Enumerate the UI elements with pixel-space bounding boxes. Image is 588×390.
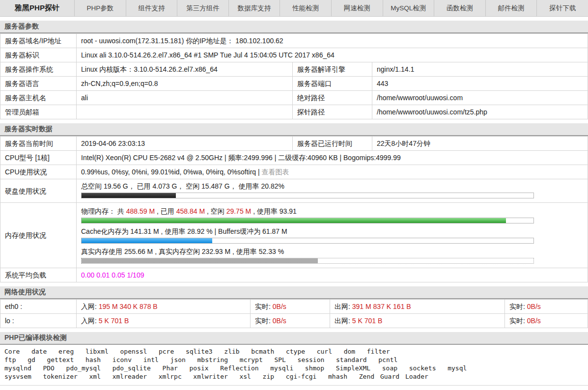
param-label: 服务器域名/IP地址 [0,34,77,48]
realtime-label: 实时: [509,303,527,310]
section-realtime-data: 服务器实时数据 服务器当前时间 2019-04-06 23:03:13 服务器已… [0,123,588,282]
nav-tab-mysql-test[interactable]: MySQL检测 [383,0,435,16]
param-label: 管理员邮箱 [0,105,77,119]
physical-memory-text: 物理内存： 共 488.59 M , 已用 458.84 M , 空闲 29.7… [81,207,583,216]
realtime-label: 实时: [255,303,273,310]
server-params-table: 服务器域名/IP地址 root - uuwosi.com(172.31.15.1… [0,33,588,119]
param-label: 硬盘使用状况 [0,179,77,203]
param-value: Linux 内核版本：3.10.0-514.26.2.el7.x86_64 [77,62,293,77]
cache-memory-text: Cache化内存为 141.31 M , 使用率 28.92 % | Buffe… [81,227,583,236]
outbound-cell: 出网: 391 M 837 K 161 B [330,300,505,314]
section-header-network: 网络使用状况 [0,286,588,299]
text-segment: , 使用率 93.91 [251,207,297,215]
param-value: zh-CN,zh;q=0.9,en;q=0.8 [77,77,293,91]
section-server-params: 服务器参数 服务器域名/IP地址 root - uuwosi.com(172.3… [0,21,588,119]
memory-total-value: 488.59 M [126,207,155,215]
realtime-in-value: 0B/s [273,317,286,325]
param-label: 服务器解译引擎 [293,62,372,77]
memory-usage-cell: 物理内存： 共 488.59 M , 已用 458.84 M , 空闲 29.7… [77,203,588,268]
cpu-usage-cell: 0.99%us, 0%sy, 0%ni, 99.01%id, 0%wa, 0%i… [77,165,588,179]
realtime-table: 服务器当前时间 2019-04-06 23:03:13 服务器已运行时间 22天… [0,136,588,282]
cache-memory-bar-fill [82,238,212,243]
view-chart-link[interactable]: 查看图表 [262,168,289,176]
param-value: /home/wwwroot/uuwosi.com [372,91,588,105]
module-line: sysvsem tokenizer xml xmlreader xmlrpc x… [4,372,584,381]
table-row: 硬盘使用状况 总空间 19.56 G， 已用 4.073 G， 空闲 15.48… [0,179,588,203]
physical-memory-bar [81,218,534,223]
nav-tab-mail-test[interactable]: 邮件检测 [486,0,537,16]
cpu-usage-value: 0.99%us, 0%sy, 0%ni, 99.01%id, 0%wa, 0%i… [81,168,256,176]
module-line: Core date ereg libxml openssl pcre sqlit… [4,347,584,356]
param-label: 服务器已运行时间 [293,137,372,151]
text-segment: , 已用 [155,207,176,215]
table-row: 服务器主机名 ali 绝对路径 /home/wwwroot/uuwosi.com [0,91,588,105]
separator: | [256,168,261,176]
nav-tab-probe-download[interactable]: 探针下载 [537,0,588,16]
param-label: 服务器主机名 [0,91,77,105]
inbound-cell: 入网: 195 M 340 K 878 B [77,300,251,314]
param-label: 服务器端口 [293,77,372,91]
nav-tab-php-params[interactable]: PHP参数 [75,0,126,16]
disk-usage-bar-fill [82,193,176,198]
outbound-value: 391 M 837 K 161 B [352,303,411,310]
inbound-label: 入网: [81,303,99,310]
memory-free-value: 29.75 M [226,207,252,215]
text-segment: , 空闲 [205,207,226,215]
real-memory-bar-fill [82,258,318,263]
param-label: 服务器当前时间 [0,137,77,151]
outbound-label: 出网: [335,303,352,310]
nav-tab-function-test[interactable]: 函数检测 [434,0,486,16]
realtime-out-cell: 实时: 0B/s [505,300,588,314]
nav-tab-netspeed-test[interactable]: 网速检测 [332,0,383,16]
nav-tab-third-party[interactable]: 第三方组件 [177,0,229,16]
param-label: 绝对路径 [293,91,372,105]
nav-tab-database-support[interactable]: 数据库支持 [229,0,280,16]
param-value: Linux ali 3.10.0-514.26.2.el7.x86_64 #1 … [77,48,588,62]
table-row: 服务器域名/IP地址 root - uuwosi.com(172.31.15.1… [0,34,588,48]
nav-tab-performance-test[interactable]: 性能检测 [280,0,332,16]
param-value: /home/wwwroot/uuwosi.com/tz5.php [372,105,588,119]
realtime-in-cell: 实时: 0B/s [251,300,330,314]
memory-used-value: 458.84 M [176,207,205,215]
server-uptime: 22天8小时47分钟 [372,137,588,151]
cpu-model-value: Intel(R) Xeon(R) CPU E5-2682 v4 @ 2.50GH… [77,151,588,165]
realtime-in-value: 0B/s [273,303,286,310]
real-memory-bar [81,258,534,264]
server-current-time: 2019-04-06 23:03:13 [77,137,293,151]
table-row: 服务器语言 zh-CN,zh;q=0.9,en;q=0.8 服务器端口 443 [0,77,588,91]
param-value: 443 [372,77,588,91]
table-row: CPU型号 [1核] Intel(R) Xeon(R) CPU E5-2682 … [0,151,588,165]
realtime-in-cell: 实时: 0B/s [251,314,330,328]
param-label: 内存使用状况 [0,203,77,268]
cache-memory-bar [81,238,534,244]
physical-memory-bar-fill [82,218,506,223]
interface-label: eth0 : [0,300,77,314]
section-header-server-params: 服务器参数 [0,21,588,33]
module-line: mysqlnd PDO pdo_mysql pdo_sqlite Phar po… [4,364,584,372]
physical-memory-block: 物理内存： 共 488.59 M , 已用 458.84 M , 空闲 29.7… [81,207,583,223]
table-row: lo : 入网: 5 K 701 B 实时: 0B/s 出网: 5 K 701 … [0,314,588,328]
real-memory-text: 真实内存使用 255.66 M , 真实内存空闲 232.93 M , 使用率 … [81,247,583,256]
cache-memory-block: Cache化内存为 141.31 M , 使用率 28.92 % | Buffe… [81,227,583,244]
param-value: root - uuwosi.com(172.31.15.181) 你的IP地址是… [77,34,588,48]
param-value: nginx/1.14.1 [372,62,588,77]
param-label: 服务器标识 [0,48,77,62]
text-segment: 物理内存： 共 [81,207,126,215]
param-label: CPU型号 [1核] [0,151,77,165]
inbound-value: 195 M 340 K 878 B [99,303,158,310]
param-value: ali [77,91,293,105]
table-row: CPU使用状况 0.99%us, 0%sy, 0%ni, 99.01%id, 0… [0,165,588,179]
inbound-label: 入网: [81,317,99,325]
interface-label: lo : [0,314,77,328]
table-row: 服务器标识 Linux ali 3.10.0-514.26.2.el7.x86_… [0,48,588,62]
realtime-label: 实时: [255,317,273,325]
table-row: 内存使用状况 物理内存： 共 488.59 M , 已用 458.84 M , … [0,203,588,268]
nav-tab-component-support[interactable]: 组件支持 [126,0,178,16]
nav-brand-yahei-probe[interactable]: 雅黑PHP探针 [0,0,75,16]
param-label: 服务器语言 [0,77,77,91]
disk-usage-cell: 总空间 19.56 G， 已用 4.073 G， 空闲 15.487 G， 使用… [77,179,588,203]
table-row: 服务器当前时间 2019-04-06 23:03:13 服务器已运行时间 22天… [0,137,588,151]
outbound-label: 出网: [335,317,352,325]
param-label: 探针路径 [293,105,372,119]
inbound-cell: 入网: 5 K 701 B [77,314,251,328]
